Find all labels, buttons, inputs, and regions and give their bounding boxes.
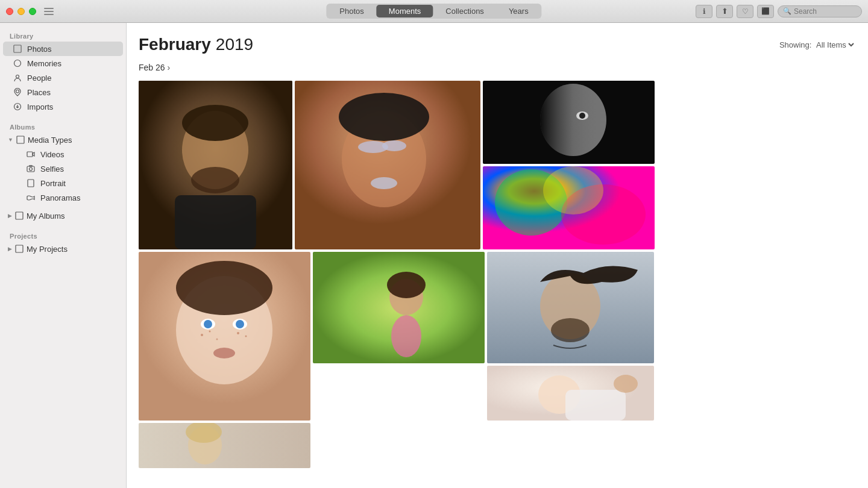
minimize-button[interactable]	[17, 8, 25, 15]
sidebar-toggle-button[interactable]	[44, 8, 54, 15]
svg-rect-11	[28, 180, 34, 187]
main-layout: Library Photos Memories	[0, 23, 868, 488]
date-nav-arrow[interactable]: ›	[168, 63, 171, 72]
places-icon	[13, 87, 22, 97]
svg-rect-17	[175, 195, 256, 249]
heart-icon: ♡	[742, 7, 749, 16]
imports-label: Imports	[27, 102, 53, 111]
sidebar: Library Photos Memories	[0, 23, 127, 488]
close-button[interactable]	[6, 8, 13, 15]
sidebar-item-portrait[interactable]: Portrait	[3, 176, 123, 190]
photo-wind-hair-man[interactable]	[487, 252, 654, 363]
share-button[interactable]: ⬆	[716, 5, 733, 18]
memories-icon	[13, 58, 22, 68]
sidebar-item-photos[interactable]: Photos	[3, 42, 123, 56]
svg-point-49	[387, 272, 426, 298]
photo-bw-man[interactable]	[483, 81, 655, 164]
svg-point-4	[16, 90, 19, 93]
chevron-right-icon-2: ▶	[8, 246, 12, 252]
month-label: February	[139, 35, 211, 54]
media-types-icon	[16, 135, 25, 145]
my-albums-icon	[14, 211, 24, 221]
sidebar-item-places[interactable]: Places	[3, 85, 123, 99]
my-projects-group[interactable]: ▶ My Projects	[3, 242, 123, 256]
media-types-group[interactable]: ▼ Media Types	[3, 133, 123, 147]
svg-point-43	[209, 331, 211, 333]
favorite-button[interactable]: ♡	[737, 5, 753, 18]
svg-rect-13	[16, 245, 23, 252]
date-label: Feb 26	[139, 63, 165, 72]
photo-bearded-man[interactable]	[139, 81, 292, 249]
date-navigation: Feb 26 ›	[139, 63, 856, 72]
my-albums-label: My Albums	[27, 211, 65, 221]
share-icon: ⬆	[722, 7, 728, 16]
photo-row-3	[139, 423, 856, 468]
airplay-button[interactable]: ⬛	[757, 5, 774, 18]
selfies-label: Selfies	[40, 164, 64, 174]
photo-silver-makeup[interactable]	[295, 81, 480, 249]
showing-select[interactable]: All Items	[814, 40, 856, 50]
sidebar-item-people[interactable]: People	[3, 70, 123, 85]
svg-point-42	[201, 334, 203, 336]
showing-bar: Showing: All Items	[779, 40, 856, 50]
my-projects-label: My Projects	[27, 245, 68, 254]
tab-collections[interactable]: Collections	[433, 5, 496, 17]
svg-rect-12	[16, 212, 23, 219]
maximize-button[interactable]	[29, 8, 36, 15]
svg-point-57	[614, 375, 638, 393]
svg-point-22	[382, 140, 406, 151]
photo-column-mid-2	[313, 252, 485, 421]
svg-point-3	[16, 75, 19, 78]
chevron-right-icon: ▶	[8, 213, 12, 219]
svg-point-46	[216, 339, 218, 340]
svg-rect-58	[139, 423, 310, 468]
sidebar-item-panoramas[interactable]: Panoramas	[3, 190, 123, 205]
svg-point-2	[14, 60, 21, 67]
gap-spacer	[313, 366, 485, 421]
places-label: Places	[27, 88, 51, 97]
tab-photos[interactable]: Photos	[327, 5, 376, 17]
svg-point-36	[176, 261, 272, 315]
svg-rect-6	[17, 136, 24, 143]
showing-label: Showing:	[779, 40, 811, 49]
page-title: February2019	[139, 35, 253, 54]
info-button[interactable]: ℹ	[696, 5, 712, 18]
svg-rect-7	[27, 152, 33, 157]
search-input[interactable]	[794, 7, 854, 16]
svg-rect-56	[565, 390, 626, 421]
photo-little-girl[interactable]	[313, 252, 485, 363]
sidebar-item-selfies[interactable]: Selfies	[3, 161, 123, 176]
titlebar-right-controls: ℹ ⬆ ♡ ⬛ 🔍	[696, 5, 862, 18]
svg-point-50	[391, 315, 421, 357]
memories-label: Memories	[27, 59, 61, 68]
tab-years[interactable]: Years	[497, 5, 541, 17]
my-projects-icon	[14, 244, 24, 254]
portrait-icon	[26, 178, 36, 188]
window-controls	[6, 8, 54, 15]
svg-point-23	[371, 177, 397, 189]
photo-column-right-1	[483, 81, 655, 249]
photo-row-1	[139, 81, 856, 249]
svg-point-27	[540, 84, 606, 156]
svg-point-44	[237, 332, 239, 334]
svg-point-9	[30, 167, 33, 170]
portrait-label: Portrait	[40, 179, 66, 188]
tab-moments[interactable]: Moments	[377, 5, 433, 17]
my-albums-group[interactable]: ▶ My Albums	[3, 208, 123, 223]
photo-baby[interactable]	[487, 366, 654, 421]
videos-label: Videos	[40, 150, 64, 159]
svg-point-45	[245, 336, 247, 337]
titlebar: Photos Moments Collections Years ℹ ⬆ ♡ ⬛…	[0, 0, 868, 23]
svg-point-33	[543, 166, 603, 214]
sidebar-item-memories[interactable]: Memories	[3, 56, 123, 70]
sidebar-item-imports[interactable]: Imports	[3, 99, 123, 114]
airplay-icon: ⬛	[761, 7, 770, 15]
svg-point-16	[182, 105, 248, 141]
svg-rect-8	[27, 166, 34, 172]
search-box[interactable]: 🔍	[778, 5, 862, 17]
photo-freckled-girl[interactable]	[139, 252, 310, 421]
people-label: People	[27, 74, 51, 83]
photo-child-profile[interactable]	[139, 423, 310, 468]
sidebar-item-videos[interactable]: Videos	[3, 147, 123, 161]
photo-colorful-splash[interactable]	[483, 166, 655, 249]
